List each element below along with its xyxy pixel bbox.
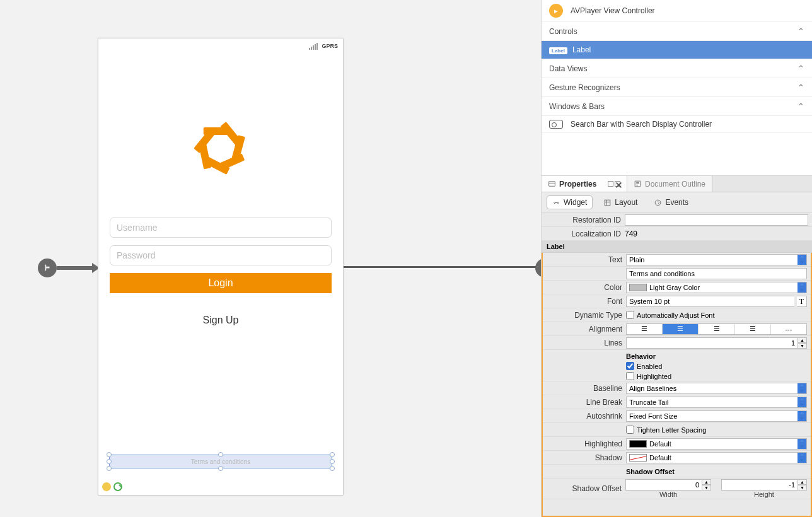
auto-adjust-font-checkbox[interactable]	[626, 311, 634, 319]
shadow-height-input[interactable]	[721, 479, 798, 491]
shadow-width-input[interactable]	[625, 479, 702, 491]
font-input[interactable]	[626, 296, 794, 307]
properties-body: Text Plain Color Light Gray Color Font T…	[542, 253, 812, 517]
library-item-avplayer[interactable]: ▸ AVPlayer View Controller	[542, 0, 812, 22]
prop-label: Autoshrink	[543, 412, 626, 421]
color-swatch	[629, 284, 647, 291]
alignment-segmented[interactable]: ☰ ☰ ☰ ☰ ---	[626, 323, 807, 335]
shadow-offset-header: Shadow Offset	[626, 468, 675, 475]
searchbar-icon	[549, 120, 563, 129]
undock-icon[interactable]	[608, 181, 613, 187]
chevron-up-icon: ⌃	[798, 64, 804, 73]
prop-label: Line Break	[543, 398, 626, 407]
subtab-widget[interactable]: Widget	[547, 195, 593, 209]
login-button[interactable]: Login	[110, 273, 332, 293]
signup-button[interactable]: Sign Up	[110, 315, 332, 326]
highlighted-checkbox[interactable]	[626, 372, 634, 380]
terms-text: Terms and conditions	[191, 458, 251, 465]
shadow-color-combo[interactable]: Default	[626, 452, 807, 463]
lines-stepper[interactable]: ▲▼	[798, 337, 807, 349]
color-swatch	[629, 454, 647, 462]
color-swatch	[629, 440, 647, 448]
align-right[interactable]: ☰	[699, 324, 734, 334]
prop-label: Shadow Offset	[543, 484, 625, 493]
terms-label-selected[interactable]: Terms and conditions	[109, 455, 332, 468]
password-field[interactable]	[110, 245, 332, 265]
resize-handle[interactable]	[330, 452, 335, 457]
panel-tabs: Properties Document Outline	[542, 176, 812, 192]
prop-label: Highlighted	[543, 439, 626, 448]
library-section-label: Gesture Recognizers	[549, 83, 620, 92]
library-item-searchbar[interactable]: Search Bar with Search Display Controlle…	[542, 116, 812, 133]
prop-label: Baseline	[543, 384, 626, 393]
avplayer-icon: ▸	[549, 4, 563, 18]
highlighted-color-combo[interactable]: Default	[626, 438, 807, 450]
close-icon[interactable]	[615, 181, 620, 187]
resize-handle[interactable]	[330, 466, 335, 471]
color-combo[interactable]: Light Gray Color	[626, 282, 807, 293]
autoshrink-combo[interactable]: Fixed Font Size	[626, 410, 807, 422]
design-canvas[interactable]: GPRS Login Sign Up Terms and conditions	[0, 0, 541, 517]
library-item-label-control[interactable]: LabelLabel	[542, 41, 812, 59]
username-field[interactable]	[110, 218, 332, 238]
shadow-height-stepper[interactable]: ▲▼	[798, 479, 807, 491]
svg-point-5	[656, 200, 661, 206]
baseline-combo[interactable]: Align Baselines	[626, 383, 807, 394]
prop-restoration-id: Restoration ID	[542, 213, 812, 227]
library-section-label: Controls	[549, 27, 577, 36]
library-section-controls[interactable]: Controls ⌃	[542, 22, 812, 41]
text-value-input[interactable]	[626, 268, 807, 279]
property-subtabs: Widget Layout Events	[542, 192, 812, 213]
library-item-label: AVPlayer View Controller	[571, 6, 655, 15]
tighten-checkbox[interactable]	[626, 426, 634, 434]
prop-label: Lines	[543, 339, 626, 347]
restoration-id-input[interactable]	[625, 214, 808, 226]
segue-arrow	[57, 266, 93, 270]
text-mode-combo[interactable]: Plain	[626, 254, 807, 265]
object-library: ▸ AVPlayer View Controller Controls ⌃ La…	[542, 0, 812, 176]
resize-handle[interactable]	[330, 459, 335, 464]
linebreak-combo[interactable]: Truncate Tail	[626, 397, 807, 408]
library-item-label: Search Bar with Search Display Controlle…	[571, 120, 712, 129]
lines-input[interactable]	[626, 337, 798, 349]
resize-handle[interactable]	[218, 452, 223, 457]
inspector-panel: ▸ AVPlayer View Controller Controls ⌃ La…	[541, 0, 812, 517]
resize-handle[interactable]	[107, 452, 112, 457]
subtab-label: Layout	[615, 198, 637, 207]
resize-handle[interactable]	[107, 466, 112, 471]
library-section-gesture[interactable]: Gesture Recognizers ⌃	[542, 78, 812, 97]
exit-icon[interactable]	[113, 482, 122, 491]
align-natural[interactable]: ---	[771, 324, 806, 334]
enabled-checkbox[interactable]	[626, 362, 634, 370]
tab-properties[interactable]: Properties	[542, 176, 627, 192]
behavior-header: Behavior	[626, 352, 656, 360]
library-section-windows[interactable]: Windows & Bars ⌃	[542, 97, 812, 116]
subtab-label: Widget	[564, 198, 587, 207]
segue-connector	[344, 266, 540, 268]
tab-label: Document Outline	[645, 180, 705, 189]
subtab-events[interactable]: Events	[648, 195, 694, 209]
first-responder-icon[interactable]	[102, 482, 111, 491]
prop-label: Text	[543, 255, 626, 264]
view-controller-scene[interactable]: GPRS Login Sign Up Terms and conditions	[98, 38, 344, 496]
checkbox-label: Enabled	[637, 363, 662, 370]
prop-label: Font	[543, 297, 626, 306]
segue-entry-point[interactable]	[38, 258, 57, 277]
scene-dock[interactable]	[102, 482, 122, 491]
checkbox-label: Automatically Adjust Font	[637, 311, 715, 319]
checkbox-label: Tighten Letter Spacing	[637, 426, 706, 434]
align-justify[interactable]: ☰	[735, 324, 771, 334]
shadow-width-stepper[interactable]: ▲▼	[702, 479, 711, 491]
caption: Width	[625, 491, 711, 498]
library-section-data-views[interactable]: Data Views ⌃	[542, 59, 812, 78]
resize-handle[interactable]	[218, 466, 223, 471]
resize-handle[interactable]	[107, 459, 112, 464]
localization-id-value: 749	[625, 229, 637, 238]
prop-label: Localization ID	[542, 229, 625, 238]
tab-label: Properties	[559, 180, 596, 189]
align-center[interactable]: ☰	[663, 324, 699, 334]
tab-document-outline[interactable]: Document Outline	[627, 176, 712, 192]
align-left[interactable]: ☰	[627, 324, 663, 334]
subtab-layout[interactable]: Layout	[598, 195, 643, 209]
font-picker-button[interactable]: T	[797, 296, 807, 307]
